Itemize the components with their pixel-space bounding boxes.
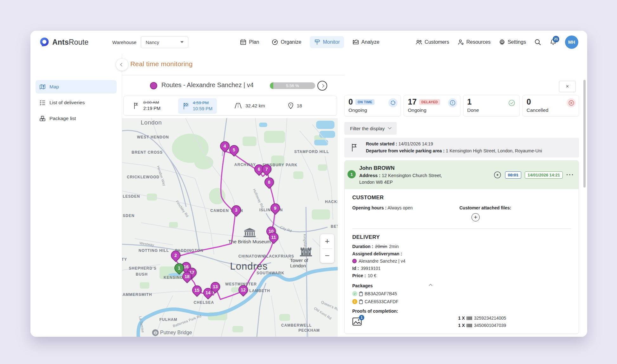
packages-label: Packages (352, 283, 373, 288)
nav-resources[interactable]: Resources (458, 39, 490, 45)
delivery-price: Price : 10 € (352, 273, 571, 278)
customer-address-line1: 12 Kensington Church Street, (382, 173, 442, 178)
notification-badge: 21 (553, 36, 559, 42)
warehouse-label: Warehouse (112, 40, 136, 45)
zoom-in-button[interactable]: + (320, 234, 334, 248)
rail-station-icon (152, 329, 159, 336)
barcode-icon (467, 316, 472, 320)
package-done-icon: ✓ (352, 291, 357, 296)
calendar-icon (240, 39, 246, 45)
customer-section-heading: CUSTOMER (352, 195, 571, 201)
flag-icon (351, 143, 359, 152)
more-menu-button[interactable]: ··· (566, 173, 574, 176)
signpost-icon (314, 39, 320, 45)
stop-header[interactable]: 1 John BROWN Address : 12 Kensington Chu… (345, 161, 579, 189)
route-next-button[interactable] (317, 81, 327, 91)
delayed-badge: DELAYED (419, 99, 440, 105)
collapse-packages-button[interactable] (429, 284, 432, 287)
sidebar-item-packages[interactable]: Package list (36, 112, 117, 125)
delivery-section-heading: DELIVERY (352, 234, 571, 240)
nav-organize[interactable]: Organize (268, 36, 305, 48)
proof-photo-thumbnail[interactable]: 1 (352, 317, 363, 327)
x-circle-icon (567, 98, 576, 107)
back-button[interactable] (116, 59, 128, 71)
center-column: Routes - Alexandre Sanchez | v4 5.56 % 8… (122, 75, 344, 337)
stat-card-delayed: 17 DELAYED Ongoing (404, 95, 460, 116)
estimated-end-time: 10:59 PM (193, 106, 212, 112)
attached-files-label: Customer attached files: (459, 205, 571, 210)
route-header-row: Routes - Alexandre Sanchez | v4 5.56 % (122, 75, 344, 96)
notifications-button[interactable]: 21 (549, 39, 557, 46)
nav-monitor[interactable]: Monitor (310, 36, 344, 48)
ontime-count: 0 (348, 98, 353, 106)
panel-scrollbar[interactable] (583, 80, 586, 188)
route-start-infobox: Route started : 14/01/2026 14:19 Departu… (344, 138, 579, 157)
actual-start-time: 2:19 PM (143, 105, 160, 111)
target-icon[interactable] (493, 171, 502, 179)
content-area: Map List of deliveries Package list (30, 54, 587, 337)
done-count: 1 (467, 98, 472, 106)
nav-plan[interactable]: Plan (236, 36, 263, 48)
app-window: AntsRoute Warehouse Nancy Plan Organize (30, 31, 587, 337)
package-pending-icon: i (352, 299, 357, 304)
speedometer-icon (272, 39, 278, 45)
filter-display-button[interactable]: Filter the display (344, 122, 397, 135)
stat-card-cancelled: 0 Cancelled (523, 95, 579, 116)
deliveryman-color-dot (352, 259, 357, 263)
navbar: AntsRoute Warehouse Nancy Plan Organize (30, 31, 587, 54)
check-circle-icon (507, 98, 516, 107)
sidebar: Map List of deliveries Package list (30, 54, 122, 337)
nav-settings[interactable]: Settings (499, 39, 526, 46)
route-times-card: 8:00 AM 2:19 PM (123, 96, 337, 116)
main-area: Real time monitoring + Routes - Alexandr… (122, 54, 587, 337)
stats-row: 0 ON TIME Ongoing 17 DELAYED Ong (344, 95, 579, 116)
nav-customers[interactable]: Customers (416, 39, 449, 45)
deliveryman-line: Alexandre Sanchez | v4 (352, 259, 571, 264)
progress-percent: 5.56 % (270, 82, 315, 89)
planned-end-time: 4:59 PM (193, 100, 212, 106)
map-zoom-control: + − (320, 234, 334, 263)
close-panel-button[interactable]: × (559, 81, 576, 92)
spinner-icon (388, 98, 398, 107)
warehouse-value: Nancy (146, 40, 159, 45)
departure-address: 1 Kensington High Street, London, Royaum… (446, 148, 542, 153)
add-file-button[interactable]: + (471, 213, 480, 221)
map-canvas[interactable]: The British Museum Tower of (122, 118, 338, 337)
nav-analyze[interactable]: Analyze (348, 36, 384, 48)
sidebar-item-map[interactable]: Map (36, 80, 117, 93)
package-code: CAE6533CAFDF (365, 299, 399, 304)
info-icon[interactable] (448, 98, 457, 107)
delayed-count: 17 (408, 98, 417, 106)
chevron-down-icon (388, 126, 392, 129)
search-button[interactable] (534, 39, 541, 46)
route-progress-bar: 5.56 % (270, 82, 315, 89)
delivery-id: Id : 39919101 (352, 266, 571, 271)
main-nav: Plan Organize Monitor Analyze (236, 36, 383, 48)
planned-stop-time-chip: 08:01 (505, 171, 521, 179)
package-row: i CAE6533CAFDF (352, 299, 571, 304)
stop-detail-card: 1 John BROWN Address : 12 Kensington Chu… (344, 160, 579, 334)
cancelled-count: 0 (527, 98, 531, 106)
deliveryman-label-line: Assigned deliveryman : (352, 251, 571, 256)
sidebar-item-deliveries[interactable]: List of deliveries (36, 96, 117, 109)
chart-icon (353, 39, 359, 45)
checklist-icon (39, 99, 46, 106)
stat-card-done: 1 Done (463, 95, 520, 116)
actual-stop-time-chip: 14/01/2026 14:21 (525, 171, 563, 179)
warehouse-select[interactable]: Nancy (141, 36, 188, 48)
brand-logo[interactable]: AntsRoute (39, 37, 88, 47)
ontime-badge: ON TIME (355, 99, 375, 105)
pin-icon (288, 102, 294, 109)
proofs-label: Proofs of completion: (352, 309, 571, 314)
deliveryman-name: Alexandre Sanchez | v4 (359, 259, 406, 264)
detail-panel: × 0 ON TIME Ongoing 17 (344, 54, 587, 337)
avatar[interactable]: MH (565, 35, 578, 49)
customers-icon (416, 39, 422, 45)
opening-hours: Opening hours : Always open (352, 205, 459, 221)
checkered-flag-icon (183, 102, 190, 110)
zoom-out-button[interactable]: − (320, 249, 334, 263)
package-row: ✓ BB3A20AF7B45 (352, 291, 571, 296)
proof-barcode-value: 3259234214005 (474, 316, 506, 321)
package-code: BB3A20AF7B45 (365, 291, 397, 296)
road-icon (234, 103, 242, 109)
